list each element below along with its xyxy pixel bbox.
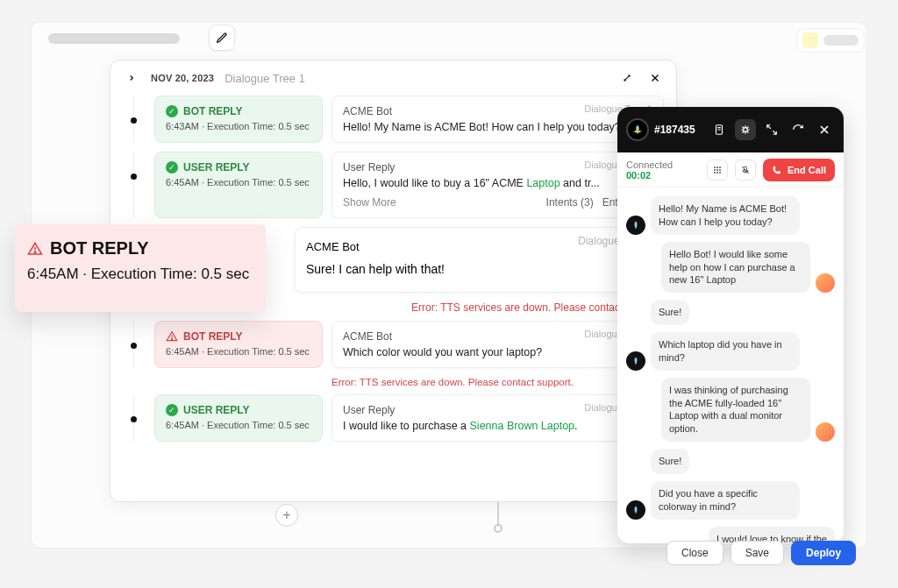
chat-row: Hello! My Name is ACME Bot! How can I he… <box>626 196 835 235</box>
breadcrumb-placeholder <box>48 33 180 44</box>
check-circle-icon: ✓ <box>166 105 178 117</box>
node-handle[interactable] <box>494 524 502 533</box>
log-entry: ✓ USER REPLY 6:45AM · Execution Time: 0.… <box>123 394 664 442</box>
entity-link[interactable]: Laptop <box>526 177 559 189</box>
bot-avatar-icon <box>626 351 645 371</box>
entry-right-card[interactable]: Dialogue Tree 1 User Reply I would like … <box>331 394 664 442</box>
entry-message: I would like to purchase a Sienna Brown … <box>343 420 652 432</box>
entry-left-card[interactable]: BOT REPLY 6:45AM · Execution Time: 0.5 s… <box>154 321 323 368</box>
check-circle-icon: ✓ <box>166 404 178 416</box>
entry-kind-label: BOT REPLY <box>183 105 243 117</box>
pencil-icon <box>216 32 228 44</box>
chat-row: Hello Bot! I would like some help on how… <box>626 242 835 294</box>
intents-count[interactable]: Intents (3) <box>546 196 594 209</box>
status-label-placeholder <box>823 35 859 46</box>
call-timer: 00:02 <box>626 170 673 181</box>
entry-meta: 6:45AM · Execution Time: 0.5 sec <box>166 420 311 430</box>
collapse-icon[interactable] <box>761 119 782 140</box>
msg-part: and tr... <box>560 177 600 189</box>
svg-line-18 <box>767 125 771 129</box>
mute-icon[interactable] <box>735 159 756 181</box>
log-title: Dialogue Tree 1 <box>224 72 305 85</box>
chat-transcript: Hello! My Name is ACME Bot! How can I he… <box>617 188 844 543</box>
entry-right-card[interactable]: Dialogue Tree 1 User Reply Hello, I woul… <box>331 152 664 218</box>
node-connector <box>497 502 499 527</box>
top-bar <box>48 26 867 51</box>
close-button[interactable]: Close <box>666 541 723 565</box>
log-date: NOV 20, 2023 <box>151 73 214 83</box>
entry-left-card[interactable]: ✓ USER REPLY 6:45AM · Execution Time: 0.… <box>154 152 323 218</box>
entry-kind-label: USER REPLY <box>183 404 250 416</box>
end-call-button[interactable]: End Call <box>763 159 835 181</box>
entry-left-card[interactable]: ✓ BOT REPLY 6:43AM · Execution Time: 0.5… <box>154 96 323 143</box>
svg-line-15 <box>747 131 749 133</box>
sim-header: #187435 <box>617 107 844 152</box>
svg-line-19 <box>773 131 776 134</box>
entry-kind-label: BOT REPLY <box>183 330 243 343</box>
timeline-dot-icon <box>131 343 137 349</box>
chat-bubble: Sure! <box>651 300 689 325</box>
highlight-sub: 6:45AM · Execution Time: 0.5 sec <box>27 266 253 283</box>
entry-message: Hello, I would like to buy a 16" ACME La… <box>343 177 652 189</box>
chevron-right-icon[interactable] <box>123 69 140 87</box>
entry-message: Which color would you want your laptop? <box>343 346 652 358</box>
expand-icon[interactable] <box>618 69 636 87</box>
close-icon[interactable] <box>646 69 664 87</box>
bot-avatar-icon <box>626 500 645 520</box>
chat-bubble: Hello Bot! I would like some help on how… <box>661 242 810 294</box>
timeline-dot-icon <box>131 416 137 422</box>
chat-row: Did you have a specific colorway in mind… <box>626 481 835 520</box>
entry-left-card[interactable]: ✓ USER REPLY 6:45AM · Execution Time: 0.… <box>154 394 323 442</box>
chat-row: I was thinking of purchasing the ACME fu… <box>626 378 835 442</box>
status-pill[interactable] <box>796 28 865 53</box>
highlight-card[interactable]: BOT REPLY 6:45AM · Execution Time: 0.5 s… <box>15 224 266 312</box>
entry-kind-label: USER REPLY <box>183 161 250 174</box>
bug-icon[interactable] <box>735 119 756 140</box>
phone-icon <box>772 165 782 175</box>
entity-link[interactable]: Sienna Brown Laptop <box>470 420 575 432</box>
chat-row: Sure! <box>626 300 835 325</box>
add-node-button[interactable]: + <box>275 504 298 527</box>
chat-bubble: Which laptop did you have in mind? <box>651 332 800 371</box>
document-icon[interactable] <box>709 119 730 140</box>
close-icon[interactable] <box>814 119 835 140</box>
svg-point-23 <box>716 166 718 168</box>
footer-actions: Close Save Deploy <box>666 541 856 565</box>
session-id: #187435 <box>654 124 703 136</box>
save-button[interactable]: Save <box>731 541 784 565</box>
status-dot-icon <box>802 32 818 48</box>
entry-right-card[interactable]: Dialogue Tree 1 ACME Bot Which color wou… <box>331 321 664 368</box>
msg-part: . <box>574 420 577 432</box>
chat-bubble: Hello! My Name is ACME Bot! How can I he… <box>651 196 800 235</box>
error-message: Error: TTS services are down. Please con… <box>123 377 664 387</box>
entry-message: Sure! I can help with that! <box>306 262 652 276</box>
svg-line-17 <box>743 131 745 133</box>
svg-point-24 <box>719 166 721 168</box>
highlight-title: BOT REPLY <box>50 238 149 259</box>
entry-right-card-large[interactable]: Dialogue Tree 1 ACME Bot Sure! I can hel… <box>295 227 664 293</box>
entry-meta: 6:45AM · Execution Time: 0.5 sec <box>166 177 311 188</box>
show-more-button[interactable]: Show More <box>343 196 396 209</box>
svg-point-5 <box>34 251 36 252</box>
svg-point-9 <box>744 128 748 132</box>
chat-row: Sure! <box>626 449 835 474</box>
svg-line-14 <box>743 127 745 129</box>
deploy-button[interactable]: Deploy <box>791 541 856 565</box>
edit-button[interactable] <box>209 25 235 51</box>
svg-point-3 <box>171 338 172 339</box>
svg-point-22 <box>714 166 716 168</box>
bot-avatar-icon <box>626 216 645 235</box>
refresh-icon[interactable] <box>788 119 809 140</box>
timeline-dot-icon <box>131 117 137 124</box>
svg-point-30 <box>719 172 721 174</box>
chat-bubble: I was thinking of purchasing the ACME fu… <box>661 378 810 442</box>
sim-status-bar: Connected 00:02 End Call <box>617 152 844 188</box>
timeline-dot-icon <box>131 174 137 180</box>
entry-right-card[interactable]: Dialogue Tree 1 ACME Bot Hello! My Name … <box>331 96 664 143</box>
chat-row: Which laptop did you have in mind? <box>626 332 835 371</box>
entry-meta: 6:43AM · Execution Time: 0.5 sec <box>166 121 311 131</box>
svg-point-28 <box>714 172 716 174</box>
user-avatar-icon <box>816 273 835 293</box>
dialpad-icon[interactable] <box>707 159 728 181</box>
entry-meta: 6:45AM · Execution Time: 0.5 sec <box>166 346 311 357</box>
